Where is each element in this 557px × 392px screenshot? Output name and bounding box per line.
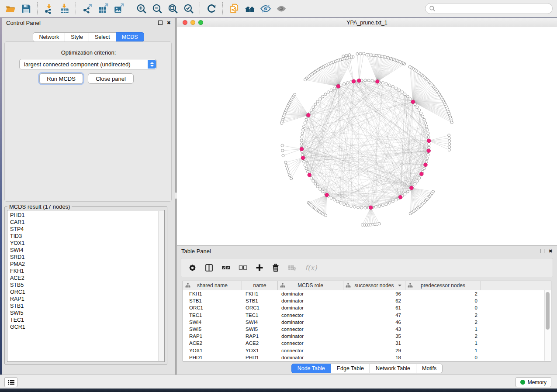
refresh-icon[interactable] <box>204 1 219 16</box>
graph-node[interactable] <box>364 79 367 82</box>
graph-node[interactable] <box>391 200 394 203</box>
graph-node[interactable] <box>388 202 391 204</box>
minimize-traffic-light[interactable] <box>190 20 195 25</box>
table-row[interactable]: FKH1FKH1dominator962 <box>183 290 551 297</box>
tab-select[interactable]: Select <box>89 32 116 42</box>
graph-node[interactable] <box>286 168 289 170</box>
zoom-selected-icon[interactable] <box>181 1 197 16</box>
graph-node[interactable] <box>426 128 429 131</box>
graph-node[interactable] <box>319 98 322 100</box>
graph-hub-node[interactable] <box>420 172 424 176</box>
export-image-icon[interactable] <box>111 1 127 16</box>
graph-node[interactable] <box>346 204 349 206</box>
hide-selected-icon[interactable] <box>258 1 273 16</box>
open-session-icon[interactable] <box>3 1 18 16</box>
close-table-panel-icon[interactable]: ✖ <box>549 249 553 254</box>
tab-network[interactable]: Network <box>33 32 65 42</box>
table-row[interactable]: PHD1PHD1dominator180 <box>183 354 551 361</box>
graph-node[interactable] <box>427 136 430 138</box>
graph-node[interactable] <box>314 182 317 185</box>
graph-node[interactable] <box>284 161 287 164</box>
graph-node[interactable] <box>312 179 315 182</box>
clone-network-icon[interactable] <box>226 1 242 16</box>
graph-node[interactable] <box>290 177 293 180</box>
graph-node[interactable] <box>385 83 387 85</box>
graph-hub-node[interactable] <box>308 173 311 177</box>
mcds-result-item[interactable]: SWI4 <box>10 247 164 254</box>
float-panel-icon[interactable] <box>158 21 163 25</box>
add-column-icon[interactable] <box>256 264 263 272</box>
graph-node[interactable] <box>303 160 305 163</box>
graph-hub-node[interactable] <box>376 79 380 83</box>
graph-node[interactable] <box>342 55 345 58</box>
graph-node[interactable] <box>391 85 394 88</box>
mcds-result-item[interactable]: STB1 <box>10 303 164 309</box>
graph-node[interactable] <box>423 118 426 121</box>
graph-node[interactable] <box>427 153 429 156</box>
zoom-out-icon[interactable] <box>149 1 165 16</box>
graph-node[interactable] <box>353 206 356 208</box>
maximize-traffic-light[interactable] <box>198 20 203 25</box>
mcds-result-item[interactable]: STB5 <box>10 282 164 289</box>
graph-node[interactable] <box>330 197 332 199</box>
mcds-result-item[interactable]: PHD1 <box>10 212 164 219</box>
graph-node[interactable] <box>409 98 412 100</box>
graph-node[interactable] <box>378 205 381 207</box>
table-row[interactable]: STB1STB1dominator620 <box>183 297 551 304</box>
column-header-successor-nodes[interactable]: successor nodes <box>343 281 405 290</box>
graph-node[interactable] <box>406 190 409 193</box>
graph-node[interactable] <box>448 148 450 151</box>
graph-node[interactable] <box>339 202 342 204</box>
graph-node[interactable] <box>367 79 370 82</box>
graph-node[interactable] <box>333 199 336 201</box>
graph-node[interactable] <box>418 177 421 179</box>
memory-button[interactable]: Memory <box>515 377 551 387</box>
mcds-result-item[interactable]: ORC1 <box>10 289 164 296</box>
table-settings-gear-icon[interactable] <box>188 264 197 272</box>
graph-node[interactable] <box>414 182 416 185</box>
graph-node[interactable] <box>316 185 319 188</box>
graph-hub-node[interactable] <box>424 163 428 167</box>
graph-node[interactable] <box>327 91 329 93</box>
table-row[interactable]: SWI5SWI5connector431 <box>183 326 551 333</box>
graph-node[interactable] <box>349 205 352 207</box>
tab-style[interactable]: Style <box>65 32 89 42</box>
graph-node[interactable] <box>432 190 434 193</box>
mcds-result-item[interactable]: ACE2 <box>10 275 164 282</box>
graph-node[interactable] <box>305 118 308 121</box>
graph-node[interactable] <box>357 206 360 209</box>
graph-node[interactable] <box>427 132 429 134</box>
graph-node[interactable] <box>381 204 384 206</box>
graph-node[interactable] <box>281 144 284 147</box>
table-row[interactable]: SWI4SWI4dominator462 <box>183 319 551 326</box>
graph-node[interactable] <box>343 203 346 206</box>
graph-node[interactable] <box>300 143 303 145</box>
graph-node[interactable] <box>303 125 305 128</box>
graph-node[interactable] <box>312 106 315 108</box>
mcds-result-item[interactable]: YOX1 <box>10 240 164 247</box>
graph-node[interactable] <box>408 65 411 68</box>
mcds-result-item[interactable]: STP4 <box>10 226 164 233</box>
save-session-icon[interactable] <box>18 1 34 16</box>
graph-node[interactable] <box>333 87 336 89</box>
graph-node[interactable] <box>425 125 428 128</box>
table-row[interactable]: ACE2ACE2connector311 <box>183 340 551 347</box>
column-header-name[interactable]: name <box>242 281 278 290</box>
graph-node[interactable] <box>425 160 428 163</box>
graph-node[interactable] <box>324 214 327 217</box>
graph-node[interactable] <box>301 153 304 156</box>
show-columns-icon[interactable] <box>205 264 213 272</box>
graph-node[interactable] <box>448 140 451 142</box>
graph-node[interactable] <box>418 109 421 111</box>
mcds-result-item[interactable]: GCR1 <box>10 323 164 330</box>
graph-node[interactable] <box>287 171 290 173</box>
graph-node[interactable] <box>301 136 303 138</box>
graph-node[interactable] <box>404 93 406 96</box>
graph-node[interactable] <box>416 179 419 182</box>
graph-node[interactable] <box>310 109 312 111</box>
graph-node[interactable] <box>322 190 324 193</box>
graph-hub-node[interactable] <box>300 147 304 151</box>
tab-edge-table[interactable]: Edge Table <box>331 364 370 373</box>
graph-node[interactable] <box>356 52 359 55</box>
graph-hub-node[interactable] <box>410 186 414 190</box>
